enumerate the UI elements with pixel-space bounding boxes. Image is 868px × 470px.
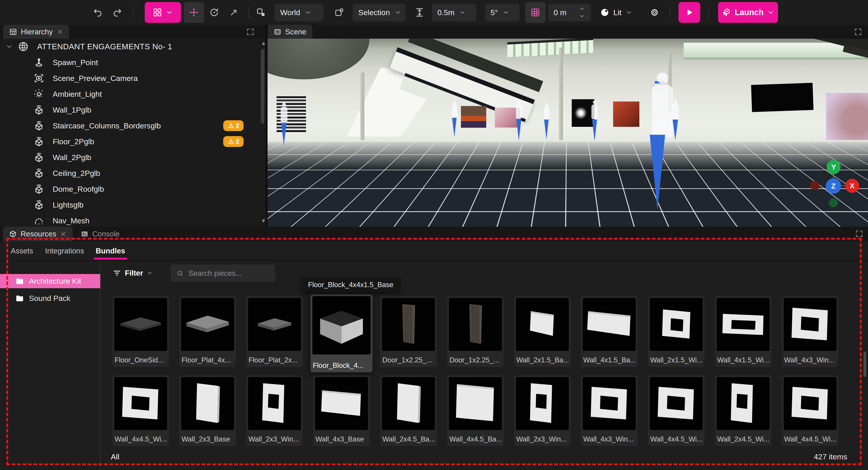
tree-item-label: Wall_1Pglb [53, 105, 91, 115]
scene-icon [273, 28, 282, 36]
bundle-folder-sound-pack[interactable]: Sound Pack [0, 291, 100, 306]
avatar-figure [672, 103, 679, 119]
asset-tile[interactable]: Wall_2x1.5_Wi... [648, 296, 705, 367]
grid-icon [152, 7, 162, 18]
undo-button[interactable] [93, 0, 103, 25]
gear-icon [650, 7, 659, 18]
gizmo-x-handle[interactable]: X [845, 179, 859, 193]
placement-mode-button[interactable] [145, 2, 181, 23]
pivot-select[interactable]: Selection [353, 4, 405, 21]
tree-item-label: Ambient_Light [53, 90, 102, 99]
tree-item[interactable]: Staircase_Columns_Bordersglb2 [0, 118, 266, 134]
tree-item-label: Lightsglb [53, 200, 84, 209]
asset-tile[interactable]: Wall_4x3_Base [313, 375, 370, 446]
play-button[interactable] [679, 2, 700, 23]
asset-tile[interactable]: Wall_4x1.5_Wi... [715, 296, 771, 367]
hierarchy-tabbar: Hierarchy [0, 25, 266, 39]
space-select[interactable]: World [275, 4, 323, 21]
items-count: 427 items [814, 452, 847, 461]
asset-tile[interactable]: Wall_4x3_Win... [581, 375, 638, 446]
asset-tile[interactable]: Wall_4x3_Win... [782, 296, 838, 367]
asset-thumbnail [516, 377, 569, 430]
asset-tile[interactable]: Wall_4x4.5_Wi... [113, 375, 169, 446]
elevation-stepper[interactable]: 0 m [548, 4, 591, 21]
hierarchy-scrollbar[interactable] [261, 49, 265, 124]
asset-tile[interactable]: Wall_4x4.5_Ba... [447, 375, 504, 446]
pivot-select-value: Selection [358, 8, 390, 17]
editor-window: World Selection 0.5m 5° 0 m Lit [0, 0, 868, 470]
bundle-folder-architecture-kit[interactable]: Architecture Kit [0, 274, 100, 288]
tab-integrations[interactable]: Integrations [42, 241, 87, 260]
settings-button[interactable] [650, 0, 659, 25]
model-icon [33, 167, 44, 179]
tree-item-label: ATTENDANT ENGAGEMENTS No- 1 [37, 42, 172, 51]
footer-filter-all[interactable]: All [111, 452, 119, 461]
redo-button[interactable] [113, 0, 122, 25]
snap-height-button[interactable] [414, 0, 425, 25]
expand-bottom-panel-icon[interactable] [855, 229, 864, 239]
asset-tile[interactable]: Floor_Plat_2x... [246, 296, 303, 367]
tab-resources[interactable]: Resources [3, 227, 72, 241]
tree-item[interactable]: Ceiling_2Pglb [0, 165, 266, 181]
gizmo-y-handle[interactable]: Y [827, 160, 841, 174]
scale-tool-button[interactable] [229, 0, 239, 25]
asset-tile[interactable]: Wall_2x4.5_Wi... [715, 375, 771, 446]
gizmo-z-handle[interactable]: Z [826, 178, 841, 194]
tree-item[interactable]: Floor_2Pglb2 [0, 134, 266, 150]
close-icon[interactable] [56, 29, 63, 35]
grid-scrollbar[interactable] [864, 351, 866, 377]
tree-item[interactable]: Spawn_Point [0, 55, 266, 70]
asset-tile[interactable]: Door_1x2.25_... [380, 296, 437, 367]
tab-scene[interactable]: Scene [268, 25, 312, 39]
chevron-down-icon[interactable] [5, 43, 13, 51]
tree-item[interactable]: Wall_1Pglb [0, 102, 266, 118]
tree-item[interactable]: Lightsglb [0, 197, 266, 213]
asset-tile[interactable]: Wall_4x1.5_Ba... [581, 296, 638, 367]
tab-hierarchy[interactable]: Hierarchy [3, 25, 69, 39]
asset-tile[interactable]: Floor_Block_4... [311, 294, 372, 372]
tree-item[interactable]: Ambient_Light [0, 86, 266, 102]
asset-label: Wall_4x4.5_Ba... [450, 435, 501, 443]
scroll-down-icon[interactable]: ▼ [261, 218, 265, 224]
rocket-icon [721, 7, 732, 18]
asset-tile[interactable]: Wall_4x4.5_Wi... [648, 375, 705, 446]
tab-assets[interactable]: Assets [11, 241, 33, 260]
expand-viewport-icon[interactable] [854, 28, 862, 37]
launch-button[interactable]: Launch [718, 2, 778, 23]
asset-tile[interactable]: Wall_4x4.5_Wi... [782, 375, 838, 446]
filter-button[interactable]: Filter [113, 265, 153, 281]
tab-bundles[interactable]: Bundles [95, 241, 126, 260]
asset-tile[interactable]: Wall_2x3_Win... [246, 375, 303, 446]
snap-grid-toggle[interactable] [525, 2, 546, 23]
asset-tile[interactable]: Wall_2x3_Win... [514, 375, 570, 446]
grid-step-select[interactable]: 0.5m [432, 4, 476, 21]
tree-item-root[interactable]: ATTENDANT ENGAGEMENTS No- 1 [0, 39, 266, 55]
expand-panel-icon[interactable] [246, 28, 255, 37]
close-icon[interactable] [60, 230, 67, 238]
transform-space-button[interactable] [256, 0, 266, 25]
asset-tile[interactable]: Floor_OneSid... [113, 296, 169, 367]
tab-console[interactable]: Console [74, 227, 126, 241]
rotation-step-select[interactable]: 5° [485, 4, 520, 21]
rotate-tool-button[interactable] [209, 0, 219, 25]
move-tool-button[interactable] [184, 2, 204, 23]
stepper-arrows[interactable] [579, 5, 585, 20]
tree-item[interactable]: Dome_Roofglb [0, 181, 266, 197]
asset-tile[interactable]: Wall_2x1.5_Ba... [514, 296, 570, 367]
gizmo-neg-x[interactable] [810, 181, 819, 190]
search-input[interactable] [188, 269, 266, 278]
tree-item-label: Staircase_Columns_Bordersglb [53, 121, 161, 130]
asset-tile[interactable]: Door_1x2.25_... [447, 296, 504, 367]
scene-viewport[interactable]: OrbitPanFly Y X Z [268, 39, 868, 227]
asset-tile[interactable]: Floor_Plat_4x... [179, 296, 236, 367]
asset-tile[interactable]: Wall_2x4.5_Ba... [380, 375, 437, 446]
tree-item[interactable]: Wall_2Pglb [0, 150, 266, 165]
scroll-up-icon[interactable]: ▲ [261, 40, 265, 46]
gizmo-neg-y[interactable] [829, 198, 838, 207]
asset-thumbnail [784, 377, 837, 430]
shading-select[interactable]: Lit [600, 0, 633, 25]
asset-tile[interactable]: Wall_2x3_Base [179, 375, 236, 446]
pivot-button[interactable] [334, 0, 344, 25]
tree-item[interactable]: Scene_Preview_Camera [0, 70, 266, 86]
tree-item[interactable]: Nav_Mesh [0, 213, 266, 227]
